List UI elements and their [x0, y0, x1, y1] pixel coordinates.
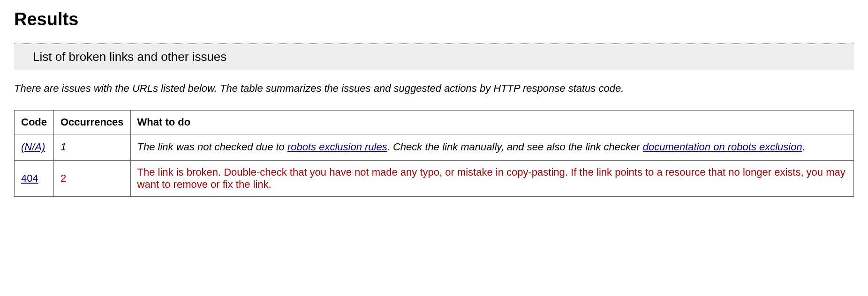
header-whattodo: What to do — [130, 110, 853, 134]
table-header-row: Code Occurrences What to do — [15, 110, 854, 134]
desc-post: . — [802, 141, 805, 153]
issues-table: Code Occurrences What to do (N/A) 1 The … — [14, 110, 854, 197]
documentation-link[interactable]: documentation on robots exclusion — [643, 141, 802, 153]
cell-whattodo-404: The link is broken. Double-check that yo… — [130, 160, 853, 196]
occurrences-na: 1 — [60, 141, 66, 153]
cell-whattodo-na: The link was not checked due to robots e… — [130, 134, 853, 160]
cell-occurrences-404: 2 — [54, 160, 131, 196]
table-row: (N/A) 1 The link was not checked due to … — [15, 134, 854, 160]
intro-text: There are issues with the URLs listed be… — [14, 81, 854, 96]
cell-occurrences-na: 1 — [54, 134, 131, 160]
header-occurrences: Occurrences — [54, 110, 131, 134]
section-header: List of broken links and other issues — [14, 44, 854, 70]
cell-code-na: (N/A) — [15, 134, 54, 160]
cell-code-404: 404 — [15, 160, 54, 196]
header-code: Code — [15, 110, 54, 134]
table-row: 404 2 The link is broken. Double-check t… — [15, 160, 854, 196]
desc-pre: The link was not checked due to — [137, 141, 287, 153]
results-heading: Results — [14, 9, 854, 30]
desc-mid: . Check the link manually, and see also … — [387, 141, 643, 153]
code-404-link[interactable]: 404 — [21, 172, 38, 184]
code-na-link[interactable]: (N/A) — [21, 141, 45, 153]
robots-exclusion-link[interactable]: robots exclusion rules — [287, 141, 387, 153]
